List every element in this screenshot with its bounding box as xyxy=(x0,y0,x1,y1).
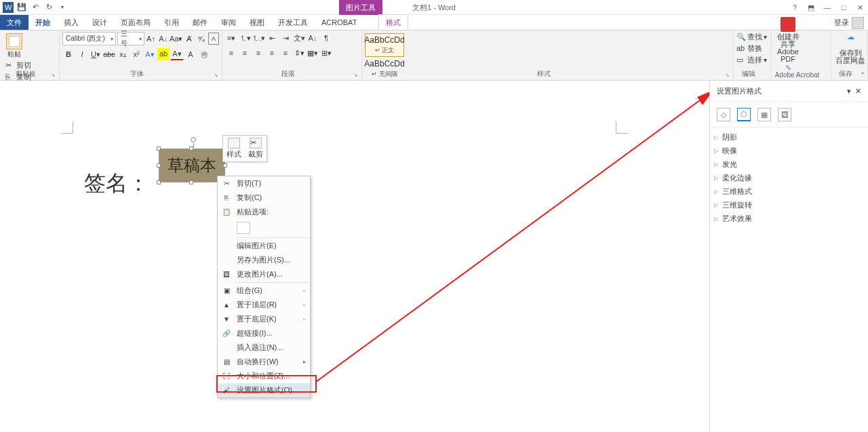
tp-3d-rotation[interactable]: 三维旋转 xyxy=(710,198,868,212)
bold-icon[interactable]: B xyxy=(62,48,75,60)
pane-dropdown-icon[interactable]: ▾ xyxy=(847,87,851,96)
numbering-icon[interactable]: ⒈▾ xyxy=(239,32,251,44)
style-normal[interactable]: AaBbCcDd↵ 正文 xyxy=(365,33,404,57)
ctx-save-as-picture[interactable]: 另存为图片(S)... xyxy=(218,253,310,267)
change-case-icon[interactable]: Aa▾ xyxy=(170,33,182,45)
align-center-icon[interactable]: ≡ xyxy=(239,47,251,59)
selected-picture[interactable]: 草稿本 xyxy=(159,149,225,182)
tab-review[interactable]: 审阅 xyxy=(214,15,243,30)
close-icon[interactable]: ✕ xyxy=(854,3,865,12)
paste-button[interactable]: 粘贴 xyxy=(3,33,26,59)
tp-3d-format[interactable]: 三维格式 xyxy=(710,184,868,198)
enclose-char-icon[interactable]: ㊕ xyxy=(198,48,210,60)
tab-format[interactable]: 格式 xyxy=(378,14,408,30)
ctx-wrap-text[interactable]: ▤自动换行(W)▸ xyxy=(218,355,310,369)
phonetic-guide-icon[interactable]: ᵃ⁄ₐ xyxy=(196,33,207,45)
maximize-icon[interactable]: □ xyxy=(838,3,849,12)
ctx-size-position[interactable]: ⛶大小和位置(Z)... xyxy=(218,369,310,383)
redo-icon[interactable]: ↻ xyxy=(43,2,54,13)
ctx-format-picture[interactable]: 🖌设置图片格式(O)... xyxy=(218,383,310,397)
resize-handle[interactable] xyxy=(157,163,161,168)
tp-shadow[interactable]: 阴影 xyxy=(710,130,868,144)
font-name-combo[interactable]: Calibri (西文) xyxy=(62,32,116,45)
highlight-icon[interactable]: ab xyxy=(157,48,170,60)
pane-close-icon[interactable]: ✕ xyxy=(855,87,861,96)
line-spacing-icon[interactable]: ⇕▾ xyxy=(293,47,305,59)
tab-acrobat[interactable]: ACROBAT xyxy=(315,15,363,30)
ctx-change-picture[interactable]: 🖼更改图片(A)... xyxy=(218,267,310,281)
adobe-create-button[interactable]: 创建并共享 Adobe PDF xyxy=(774,17,802,63)
mini-style-button[interactable]: 样式 xyxy=(225,138,243,159)
asian-layout-icon[interactable]: 文▾ xyxy=(293,32,305,44)
select-button[interactable]: ▭选择▾ xyxy=(736,55,768,65)
align-distribute-icon[interactable]: ≡ xyxy=(279,47,292,59)
char-border-icon[interactable]: A xyxy=(208,33,219,45)
ctx-insert-caption[interactable]: 插入题注(N)... xyxy=(218,340,310,355)
document-canvas[interactable]: 签名： 草稿本 样式 ✂裁剪 ✂剪切(T) ⎘复制(C) 📋粘贴选项: 编辑图片… xyxy=(0,81,709,432)
mini-crop-button[interactable]: ✂裁剪 xyxy=(247,138,264,159)
resize-handle[interactable] xyxy=(157,146,161,151)
qat-dropdown-icon[interactable]: ▾ xyxy=(57,2,68,13)
ctx-copy[interactable]: ⎘复制(C) xyxy=(218,191,310,205)
tp-reflection[interactable]: 映像 xyxy=(710,144,868,157)
multilevel-icon[interactable]: ⒈.▾ xyxy=(252,32,264,44)
tp-artistic[interactable]: 艺术效果 xyxy=(710,212,868,225)
shading-icon[interactable]: ▦▾ xyxy=(307,47,319,59)
font-size-combo[interactable]: 三号 xyxy=(117,32,144,45)
replace-button[interactable]: ab替换 xyxy=(736,43,768,54)
show-marks-icon[interactable]: ¶ xyxy=(320,32,332,44)
resize-handle[interactable] xyxy=(223,163,227,168)
tab-view[interactable]: 视图 xyxy=(243,15,271,30)
superscript-icon[interactable]: x² xyxy=(130,48,142,60)
font-color-icon[interactable]: A▾ xyxy=(171,48,183,60)
ribbon-collapse-icon[interactable]: ⌃ xyxy=(860,71,865,79)
tab-references[interactable]: 引用 xyxy=(157,15,186,30)
bullets-icon[interactable]: ≡▾ xyxy=(225,32,237,44)
tab-design[interactable]: 设计 xyxy=(85,15,114,30)
sort-icon[interactable]: A↓ xyxy=(307,32,319,44)
indent-left-icon[interactable]: ⇤ xyxy=(266,32,278,44)
baidu-save-button[interactable]: ☁保存到 百度网盘 xyxy=(834,33,867,64)
font-dialog-launcher[interactable]: ↘ xyxy=(214,72,220,79)
ctx-hyperlink[interactable]: 🔗超链接(I)... xyxy=(218,326,310,340)
ctx-cut[interactable]: ✂剪切(T) xyxy=(218,176,310,191)
resize-handle[interactable] xyxy=(157,180,161,184)
tab-file[interactable]: 文件 xyxy=(0,15,28,30)
styles-dialog-launcher[interactable]: ↘ xyxy=(725,72,732,79)
effects-icon[interactable]: ⬠ xyxy=(737,108,751,121)
picture-icon[interactable]: 🖼 xyxy=(778,108,791,121)
layout-icon[interactable]: ▦ xyxy=(757,108,771,121)
grow-font-icon[interactable]: A↑ xyxy=(146,33,157,45)
strike-icon[interactable]: abc xyxy=(103,48,115,60)
paragraph-dialog-launcher[interactable]: ↘ xyxy=(353,72,360,79)
tab-mailings[interactable]: 邮件 xyxy=(186,15,214,30)
login-link[interactable]: 登录 xyxy=(834,15,864,31)
clipboard-dialog-launcher[interactable]: ↘ xyxy=(51,72,58,79)
tab-layout[interactable]: 页面布局 xyxy=(114,15,157,30)
subscript-icon[interactable]: x₂ xyxy=(117,48,129,60)
underline-icon[interactable]: U▾ xyxy=(90,48,102,60)
ribbon-options-icon[interactable]: ⬒ xyxy=(806,3,816,12)
tp-glow[interactable]: 发光 xyxy=(710,157,868,171)
tp-soft-edges[interactable]: 柔化边缘 xyxy=(710,171,868,184)
minimize-icon[interactable]: — xyxy=(822,3,833,12)
indent-right-icon[interactable]: ⇥ xyxy=(279,32,292,44)
align-left-icon[interactable]: ≡ xyxy=(225,47,237,59)
tab-insert[interactable]: 插入 xyxy=(57,15,85,30)
align-justify-icon[interactable]: ≡ xyxy=(266,47,278,59)
rotate-handle[interactable] xyxy=(191,137,196,142)
borders-icon[interactable]: ⊞▾ xyxy=(320,47,332,59)
tab-developer[interactable]: 开发工具 xyxy=(271,15,315,30)
italic-icon[interactable]: I xyxy=(76,48,88,60)
align-right-icon[interactable]: ≡ xyxy=(252,47,264,59)
char-shading-icon[interactable]: A xyxy=(184,48,197,60)
fill-line-icon[interactable]: ◇ xyxy=(717,108,730,121)
resize-handle[interactable] xyxy=(189,180,193,184)
text-effect-icon[interactable]: A▾ xyxy=(144,48,156,60)
resize-handle[interactable] xyxy=(189,146,193,151)
find-button[interactable]: 🔍查找▾ xyxy=(736,32,768,42)
tab-home[interactable]: 开始 xyxy=(28,15,57,30)
help-icon[interactable]: ? xyxy=(789,3,800,12)
paste-option-picture[interactable] xyxy=(237,222,250,234)
save-icon[interactable]: 💾 xyxy=(16,2,27,13)
